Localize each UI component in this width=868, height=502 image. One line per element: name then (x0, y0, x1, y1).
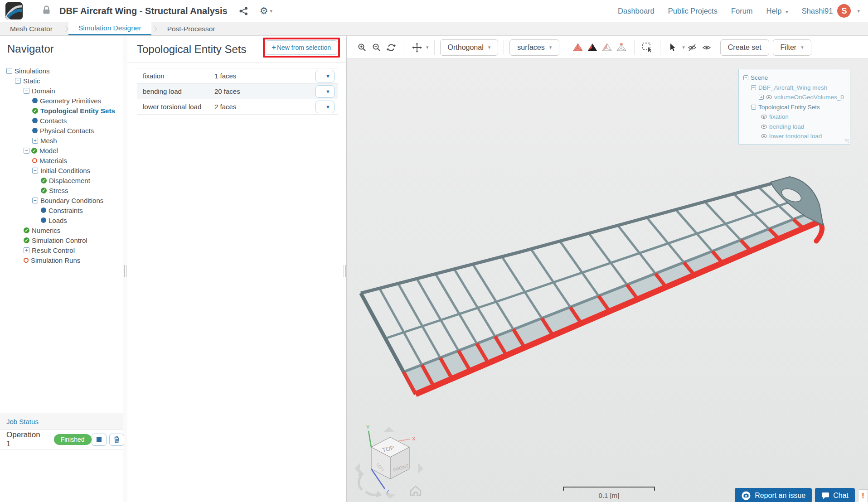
zoom-in-button[interactable] (356, 42, 368, 53)
filter-dropdown[interactable]: Filter▾ (773, 39, 811, 56)
show-all-button[interactable] (701, 42, 713, 53)
navigator-title: Navigator (0, 36, 123, 61)
collapse-icon[interactable]: − (32, 198, 38, 203)
render-mode-dropdown[interactable]: surfaces▾ (509, 39, 559, 56)
box-select-button[interactable] (641, 42, 653, 53)
scene-tree-item-lower-torsional-load[interactable]: lower torsional load (743, 131, 847, 141)
splitter-grip[interactable] (344, 265, 346, 277)
nav-tree-item-simulation-control[interactable]: ✓Simulation Control (0, 235, 123, 245)
collapse-icon[interactable]: − (24, 88, 29, 94)
expand-icon[interactable]: + (759, 95, 764, 100)
nav-tree-item-contacts[interactable]: Contacts (0, 116, 123, 126)
nav-tree-item-simulations[interactable]: −Simulations (0, 66, 123, 76)
select-tool-button[interactable] (667, 42, 679, 53)
scene-tree-item-dbf-aircraft-wing-mesh[interactable]: −DBF_Aircraft_Wing mesh (743, 83, 847, 93)
tree-item-label: Boundary Conditions (40, 197, 103, 204)
new-from-selection-button[interactable]: +New from selection (266, 40, 337, 55)
nav-forum[interactable]: Forum (731, 7, 753, 15)
tab-simulation-designer[interactable]: Simulation Designer (68, 22, 151, 35)
projection-dropdown[interactable]: Orthogonal▾ (440, 39, 499, 56)
rotate-left-arrow[interactable] (354, 463, 360, 474)
splitter-left[interactable] (123, 36, 127, 502)
nav-tree-item-numerics[interactable]: ✓Numerics (0, 225, 123, 235)
collapse-icon[interactable]: − (751, 105, 756, 110)
nav-tree-item-initial-conditions[interactable]: −Initial Conditions (0, 165, 123, 175)
nav-tree-item-materials[interactable]: Materials (0, 155, 123, 165)
nav-tree-item-boundary-conditions[interactable]: −Boundary Conditions (0, 195, 123, 205)
nav-tree-item-constraints[interactable]: Constraints (0, 205, 123, 215)
visibility-eye-icon[interactable] (761, 115, 767, 119)
select-face-button[interactable] (601, 42, 613, 53)
nav-tree-item-displacement[interactable]: ✓Displacement (0, 175, 123, 185)
pan-tool-button[interactable] (411, 42, 423, 53)
scene-tree-item-topological-entity-sets[interactable]: −Topological Entity Sets (743, 102, 847, 112)
tab-mesh-creator[interactable]: Mesh Creator (0, 22, 63, 35)
nav-tree-item-geometry-primitives[interactable]: Geometry Primitives (0, 96, 123, 106)
entity-set-menu-button[interactable]: ▼ (315, 70, 335, 82)
visibility-eye-icon[interactable] (766, 95, 772, 99)
collapse-icon[interactable]: − (32, 168, 38, 174)
delete-job-button[interactable] (109, 434, 124, 446)
collapse-icon[interactable]: − (743, 75, 748, 80)
reset-view-button[interactable] (385, 42, 397, 53)
nav-tree-item-static[interactable]: −Static (0, 76, 123, 86)
nav-tree-item-stress[interactable]: ✓Stress (0, 185, 123, 195)
splitter-grip[interactable] (124, 265, 126, 277)
status-dot-icon (32, 128, 38, 133)
expand-icon[interactable]: + (24, 247, 29, 253)
splitter-right[interactable] (343, 36, 347, 502)
nav-tree-item-model[interactable]: −✓Model (0, 145, 123, 155)
nav-tree-item-mesh[interactable]: +Mesh (0, 135, 123, 145)
nav-tree-item-domain[interactable]: −Domain (0, 86, 123, 96)
chat-button[interactable]: Chat (815, 488, 855, 502)
select-volume-solid-button[interactable] (572, 42, 584, 53)
collapse-icon[interactable]: − (751, 85, 756, 90)
expand-icon[interactable]: + (32, 138, 38, 144)
scene-tree-item-bending-load[interactable]: bending load (743, 122, 847, 132)
view-cube[interactable]: TOP FRONT LEFT Y X Z (350, 420, 427, 499)
entity-set-row[interactable]: bending load 20 faces ▼ (137, 84, 338, 99)
rotate-right-arrow[interactable] (418, 463, 423, 474)
nav-tree-item-loads[interactable]: Loads (0, 215, 123, 225)
rotate-ccw-arrow[interactable] (359, 475, 362, 490)
nav-tree-item-simulation-runs[interactable]: Simulation Runs (0, 255, 123, 265)
toolbar-separator (660, 40, 660, 55)
scene-tree-item-volumeongeovolumes-0[interactable]: +volumeOnGeoVolumes_0 (743, 92, 847, 102)
select-vertex-button[interactable] (616, 42, 627, 53)
entity-set-row[interactable]: fixation 1 faces ▼ (137, 68, 338, 84)
visibility-eye-icon[interactable] (761, 125, 767, 129)
app-logo[interactable] (5, 2, 23, 19)
rotate-up-arrow[interactable] (383, 427, 394, 432)
share-button[interactable] (239, 7, 248, 15)
home-view-icon[interactable] (411, 486, 421, 495)
entity-set-menu-button[interactable]: ▼ (315, 101, 335, 113)
nav-tree-item-topological-entity-sets[interactable]: ✓Topological Entity Sets (0, 106, 123, 116)
report-issue-button[interactable]: Report an issue (735, 488, 812, 502)
settings-gear-button[interactable]: ⚙ ▾ (260, 5, 272, 16)
nav-tree-item-result-control[interactable]: +Result Control (0, 245, 123, 255)
scene-tree-item-fixation[interactable]: fixation (743, 112, 847, 122)
3d-canvas[interactable]: −Scene−DBF_Aircraft_Wing mesh+volumeOnGe… (347, 59, 868, 502)
tab-post-processor[interactable]: Post-Processor (157, 22, 225, 35)
stop-job-button[interactable] (92, 434, 107, 446)
avatar[interactable]: S (837, 4, 851, 18)
nav-help[interactable]: Help ▾ (766, 7, 788, 15)
select-volume-face-button[interactable] (587, 42, 598, 53)
user-menu[interactable]: Shashi91 S ▾ (802, 4, 860, 18)
entity-set-menu-button[interactable]: ▼ (315, 85, 335, 98)
collapse-icon[interactable]: − (15, 78, 21, 84)
nav-tree-item-physical-contacts[interactable]: Physical Contacts (0, 126, 123, 135)
collapse-icon[interactable]: − (24, 148, 29, 154)
notification-alert-button[interactable]: ! (858, 489, 868, 502)
hide-selection-button[interactable] (686, 42, 698, 53)
entity-set-row[interactable]: lower torsional load 2 faces ▼ (137, 99, 338, 115)
create-set-button[interactable]: Create set (720, 39, 769, 56)
rotate-down-arrow[interactable] (385, 494, 396, 499)
nav-public-projects[interactable]: Public Projects (668, 7, 718, 15)
scene-tree-item-scene[interactable]: −Scene (743, 73, 847, 83)
resize-handle[interactable] (845, 139, 849, 143)
zoom-out-button[interactable] (371, 42, 383, 53)
visibility-eye-icon[interactable] (761, 134, 767, 138)
collapse-icon[interactable]: − (6, 68, 12, 74)
nav-dashboard[interactable]: Dashboard (618, 7, 655, 15)
